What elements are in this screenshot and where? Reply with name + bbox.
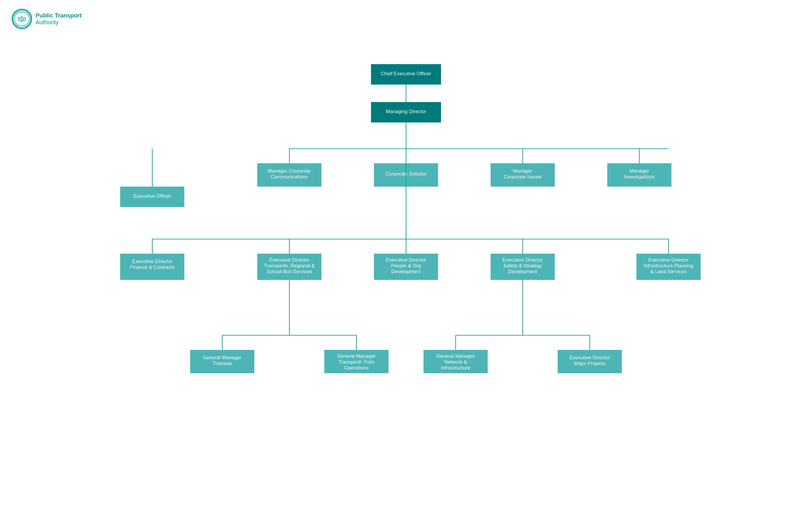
org-name-line2: Authority xyxy=(36,19,82,26)
gm-transwa-label1: General Manager xyxy=(203,355,242,360)
mgr-corp-comms-label1: Manager Corporate xyxy=(268,168,311,174)
svg-text:THE GOVERNMENT OF: THE GOVERNMENT OF xyxy=(15,12,29,13)
ed-safety-label2: Safety & Strategy xyxy=(503,263,542,269)
gm-transperth-train-label2: Transperth Train xyxy=(338,359,374,365)
ed-finance-label2: Finance & Contracts xyxy=(130,265,175,270)
ed-major-projects-label2: Major Projects xyxy=(574,361,606,366)
ed-major-projects-label1: Executive Director xyxy=(570,355,610,360)
ceo-label: Chief Executive Officer xyxy=(381,71,431,76)
svg-text:WESTERN AUSTRALIA: WESTERN AUSTRALIA xyxy=(15,24,28,26)
gm-transwa-label2: Transwa xyxy=(213,361,232,366)
ed-safety-label3: Development xyxy=(508,269,537,274)
md-label: Managing Director xyxy=(386,109,427,114)
gm-transperth-train-label3: Operations xyxy=(344,365,368,371)
gm-network-label2: Network & xyxy=(444,359,467,365)
ed-people-label1: Executive Director xyxy=(386,257,426,263)
header: THE GOVERNMENT OF WESTERN AUSTRALIA Publ… xyxy=(6,6,806,32)
ed-finance-label1: Executive Director xyxy=(132,259,172,264)
ed-people-label3: Development xyxy=(391,269,421,274)
org-name-line1: Public Transport xyxy=(36,12,82,19)
ed-transperth-label2: Transperth, Regional & xyxy=(264,263,315,269)
exec-officer-label: Executive Officer xyxy=(134,193,171,199)
ed-safety-label1: Executive Director xyxy=(503,257,543,263)
logo: THE GOVERNMENT OF WESTERN AUSTRALIA xyxy=(12,9,32,29)
org-chart: .nd { fill: #4db5b5; } .nd-dark { fill: … xyxy=(6,41,806,493)
gm-transperth-train-label1: General Manager xyxy=(337,353,376,359)
ed-infra-label1: Executive Director xyxy=(648,257,689,263)
ed-people-label2: People & Org xyxy=(391,263,421,269)
mgr-investigations-label2: Investigations xyxy=(624,174,654,180)
gm-network-label3: Infrastructure xyxy=(441,365,470,371)
gm-network-label1: General Manager xyxy=(436,353,475,359)
ed-transperth-label1: Executive Director xyxy=(269,257,309,263)
org-title: Public Transport Authority xyxy=(36,12,82,26)
mgr-investigations-label1: Manager xyxy=(629,168,649,174)
ed-transperth-label3: School Bus Services xyxy=(267,269,312,274)
mgr-corp-issues-label2: Corporate Issues xyxy=(504,174,541,180)
mgr-corp-issues-label1: Manager xyxy=(513,168,532,174)
mgr-corp-comms-label2: Communications xyxy=(271,174,308,180)
ed-infra-label3: & Land Services xyxy=(650,269,687,274)
ed-infra-label2: Infrastructure Planning xyxy=(643,263,693,269)
